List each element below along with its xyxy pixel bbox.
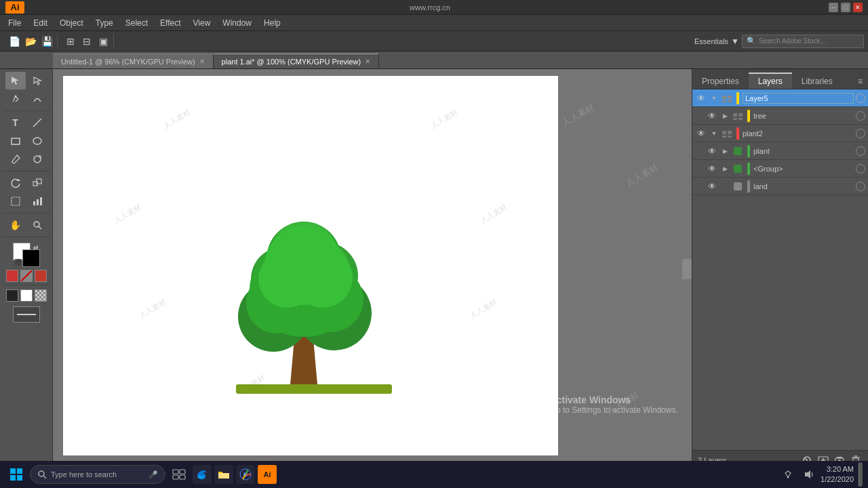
menu-file[interactable]: File <box>3 17 26 29</box>
plant2-expand-icon[interactable]: ▼ <box>709 129 719 138</box>
layer-item-plant2[interactable]: 👁 ▼ plant2 <box>692 125 868 142</box>
artboard[interactable]: 人人素材 人人素材 人人素材 人人素材 人人素材 人人素材 人人素材 <box>63 76 558 455</box>
menu-object[interactable]: Object <box>54 17 89 29</box>
task-view-button[interactable] <box>168 464 190 485</box>
line-tool[interactable] <box>27 114 47 131</box>
layer-item-plant[interactable]: 👁 ▶ plant <box>692 142 868 160</box>
essentials-dropdown-icon[interactable]: ▼ <box>731 37 739 46</box>
reset-colors-icon[interactable]: ⬛ <box>14 259 22 266</box>
tool-separator-2 <box>3 171 50 171</box>
tree-target-circle[interactable] <box>856 111 865 121</box>
layer5-expand-icon[interactable]: ▼ <box>709 94 719 103</box>
artboard-tool[interactable] <box>5 192 26 210</box>
hand-tool[interactable]: ✋ <box>5 216 26 234</box>
canvas-area[interactable]: 人人素材 人人素材 人人素材 人人素材 人人素材 人人素材 人人素材 人人素材 … <box>53 69 692 469</box>
swap-colors-icon[interactable]: ⇄ <box>33 244 39 251</box>
stroke-swatch[interactable] <box>22 249 40 267</box>
toolbar-view2-icon[interactable]: ⊟ <box>79 34 94 49</box>
essentials-label: Essentials <box>694 37 728 45</box>
tab-libraries[interactable]: Libraries <box>792 73 842 89</box>
land-visibility-icon[interactable]: 👁 <box>706 180 718 192</box>
tree-color-bar <box>747 110 750 122</box>
taskbar-edge-icon[interactable] <box>193 465 212 484</box>
plant-visibility-icon[interactable]: 👁 <box>706 145 718 157</box>
tab-plant-close[interactable]: ✕ <box>365 58 370 65</box>
extra-swatch[interactable] <box>35 270 47 282</box>
tab-layers[interactable]: Layers <box>749 73 792 89</box>
panel-menu-icon[interactable]: ≡ <box>852 74 868 89</box>
blob-brush-tool[interactable] <box>27 150 47 168</box>
white-swatch[interactable] <box>20 289 33 302</box>
layer-item-group[interactable]: 👁 ▶ <Group> <box>692 160 868 178</box>
plant-target-circle[interactable] <box>856 146 865 156</box>
menu-edit[interactable]: Edit <box>28 17 53 29</box>
tool-separator-5 <box>3 285 50 285</box>
plant-expand-icon[interactable]: ▶ <box>720 146 730 156</box>
maximize-button[interactable]: □ <box>841 3 850 12</box>
none-swatch[interactable] <box>20 270 33 282</box>
layer-item-land[interactable]: 👁 ▶ land <box>692 178 868 195</box>
menu-select[interactable]: Select <box>120 17 153 29</box>
graph-tool[interactable] <box>27 192 47 210</box>
layer5-name-input[interactable] <box>743 93 854 104</box>
minimize-button[interactable]: ─ <box>829 3 838 12</box>
tab-plant[interactable]: plant 1.ai* @ 100% (CMYK/GPU Preview) ✕ <box>214 54 380 68</box>
search-stock[interactable]: 🔍 Search Adobe Stock... <box>742 35 864 48</box>
layer-item-layer5[interactable]: 👁 ▼ <box>692 89 868 107</box>
menu-help[interactable]: Help <box>258 17 286 29</box>
taskbar-search[interactable]: Type here to search 🎤 <box>30 465 165 484</box>
pen-tool[interactable] <box>5 90 26 108</box>
svg-point-63 <box>39 471 44 476</box>
tab-untitled[interactable]: Untitled-1 @ 96% (CMYK/GPU Preview) ✕ <box>53 54 214 68</box>
stroke-weight-icon[interactable] <box>13 306 40 323</box>
menu-type[interactable]: Type <box>90 17 119 29</box>
toolbar-new-icon[interactable]: 📄 <box>7 34 22 49</box>
toolbar-open-icon[interactable]: 📂 <box>23 34 38 49</box>
menu-effect[interactable]: Effect <box>155 17 186 29</box>
tree-visibility-icon[interactable]: 👁 <box>706 110 718 122</box>
tool-row-shape <box>1 132 51 150</box>
type-tool[interactable]: T <box>5 114 26 131</box>
select-tool[interactable] <box>5 72 26 89</box>
black-swatch[interactable] <box>6 289 18 302</box>
search-placeholder: Search Adobe Stock... <box>759 37 826 45</box>
plant2-target-circle[interactable] <box>856 129 865 138</box>
toolbar-view3-icon[interactable]: ▣ <box>96 34 111 49</box>
gray-swatch[interactable] <box>35 289 47 302</box>
plant2-visibility-icon[interactable]: 👁 <box>695 127 707 140</box>
start-button[interactable] <box>5 464 27 485</box>
vertical-scrollbar-thumb[interactable] <box>682 259 692 279</box>
tab-properties[interactable]: Properties <box>692 73 749 89</box>
group-expand-icon[interactable]: ▶ <box>720 164 730 174</box>
taskbar-chrome-icon[interactable] <box>236 465 255 484</box>
close-button[interactable]: ✕ <box>853 3 863 12</box>
direct-select-tool[interactable] <box>27 72 47 89</box>
rotate-tool[interactable] <box>5 174 26 192</box>
taskbar-ai-icon[interactable]: Ai <box>258 465 277 484</box>
group-visibility-icon[interactable]: 👁 <box>706 163 718 175</box>
tray-volume-icon[interactable] <box>800 465 818 484</box>
toolbar-save-icon[interactable]: 💾 <box>39 34 54 49</box>
tree-expand-icon[interactable]: ▶ <box>720 111 730 121</box>
rect-tool[interactable] <box>5 132 26 150</box>
layer5-visibility-icon[interactable]: 👁 <box>695 92 707 104</box>
tab-untitled-close[interactable]: ✕ <box>199 58 205 65</box>
land-target-circle[interactable] <box>856 182 865 191</box>
ellipse-tool[interactable] <box>27 132 47 150</box>
zoom-tool[interactable] <box>27 216 47 234</box>
red-swatch[interactable] <box>6 270 18 282</box>
curvature-tool[interactable] <box>27 90 47 108</box>
group-target-circle[interactable] <box>856 164 865 174</box>
paintbrush-tool[interactable] <box>5 150 26 168</box>
layer-item-tree[interactable]: 👁 ▶ tree <box>692 107 868 125</box>
layer5-target-circle[interactable] <box>856 94 865 103</box>
toolbar-view1-icon[interactable]: ⊞ <box>63 34 78 49</box>
tray-network-icon[interactable] <box>778 465 797 484</box>
taskbar-explorer-icon[interactable] <box>214 465 233 484</box>
menu-view[interactable]: View <box>188 17 216 29</box>
menu-window[interactable]: Window <box>217 17 257 29</box>
svg-rect-60 <box>17 468 22 474</box>
show-desktop-button[interactable] <box>859 462 863 487</box>
taskbar-mic-icon[interactable]: 🎤 <box>149 470 158 479</box>
scale-tool[interactable] <box>27 174 47 192</box>
